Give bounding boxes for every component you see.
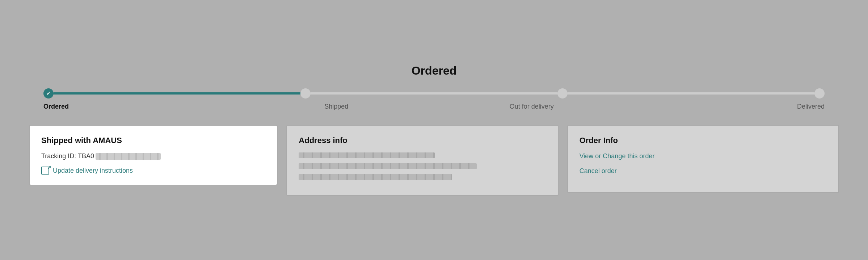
- step-dot-out-for-delivery: [557, 88, 568, 98]
- order-info-card: Order Info View or Change this order Can…: [567, 125, 839, 193]
- step-dot-ordered: ✓: [43, 88, 54, 98]
- shipping-card: Shipped with AMAUS Tracking ID: TBA0 Upd…: [29, 125, 278, 185]
- shipping-card-title: Shipped with AMAUS: [41, 136, 265, 145]
- order-info-card-title: Order Info: [580, 136, 827, 145]
- step-dot-shipped: [300, 88, 311, 98]
- update-delivery-link[interactable]: Update delivery instructions: [41, 167, 265, 175]
- update-delivery-label: Update delivery instructions: [53, 167, 133, 175]
- tracking-label: Tracking ID: TBA0: [41, 152, 94, 160]
- address-line-3: [299, 174, 452, 180]
- step-label-shipped: Shipped: [239, 103, 434, 110]
- progress-section: ✓ Ordered Shipped Out for delivery Deliv…: [29, 88, 839, 110]
- address-card-title: Address info: [299, 136, 546, 145]
- view-change-order-label: View or Change this order: [580, 152, 655, 160]
- step-label-out-for-delivery: Out for delivery: [434, 103, 629, 110]
- view-change-order-link[interactable]: View or Change this order: [580, 152, 827, 160]
- address-line-2: [299, 163, 477, 169]
- progress-line-2: [311, 92, 557, 95]
- page-wrapper: Ordered ✓ Ordered Shipped Out for delive…: [0, 50, 868, 210]
- tracking-blurred-id: [96, 153, 161, 160]
- address-card: Address info: [286, 125, 558, 196]
- shipping-inner: Shipped with AMAUS Tracking ID: TBA0 Upd…: [30, 126, 277, 185]
- address-line-1: [299, 152, 435, 158]
- progress-line-3: [568, 92, 814, 95]
- step-label-delivered: Delivered: [629, 103, 825, 110]
- progress-labels: Ordered Shipped Out for delivery Deliver…: [43, 103, 825, 110]
- page-title: Ordered: [29, 64, 839, 77]
- cancel-order-link[interactable]: Cancel order: [580, 167, 827, 175]
- step-dot-delivered: [814, 88, 825, 98]
- progress-bar-row: ✓: [43, 88, 825, 98]
- progress-line-1: [54, 92, 300, 95]
- cancel-order-label: Cancel order: [580, 167, 617, 175]
- cards-row: Shipped with AMAUS Tracking ID: TBA0 Upd…: [29, 125, 839, 196]
- tracking-id-row: Tracking ID: TBA0: [41, 152, 265, 160]
- edit-icon: [41, 167, 49, 175]
- check-icon: ✓: [46, 91, 51, 96]
- step-label-ordered: Ordered: [43, 103, 239, 110]
